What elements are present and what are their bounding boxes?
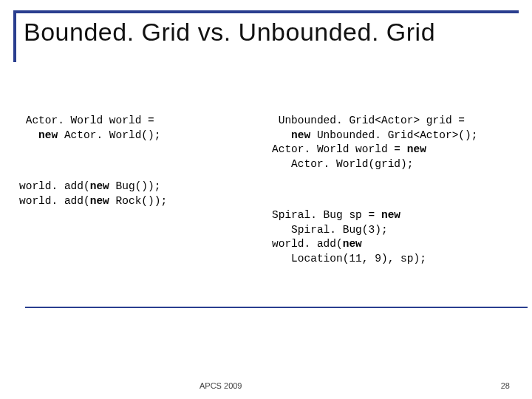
page-number: 28 [501,381,510,390]
right-column: Unbounded. Grid<Actor> grid = new Unboun… [266,114,519,335]
left-column: Actor. World world = new Actor. World();… [13,114,266,335]
right-code-block-2: Spiral. Bug sp = new Spiral. Bug(3); wor… [272,208,513,266]
title-container: Bounded. Grid vs. Unbounded. Grid [13,10,519,62]
left-code-block-2: world. add(new Bug()); world. add(new Ro… [19,180,260,208]
right-code-block-1: Unbounded. Grid<Actor> grid = new Unboun… [272,114,513,171]
left-code-block-1: Actor. World world = new Actor. World(); [19,114,260,143]
footer-center-text: APCS 2009 [200,381,242,390]
slide-title: Bounded. Grid vs. Unbounded. Grid [24,18,519,47]
content-area: Actor. World world = new Actor. World();… [13,114,519,335]
